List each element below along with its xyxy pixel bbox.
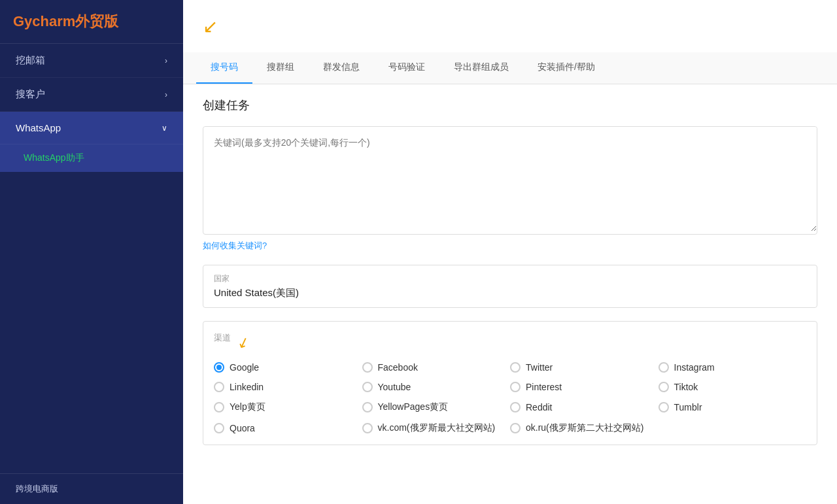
channel-label-instagram: Instagram — [674, 362, 715, 373]
channel-option-pinterest[interactable]: Pinterest — [510, 382, 658, 392]
channel-label-yelp: Yelp黄页 — [230, 401, 265, 413]
tab-search-number[interactable]: 搜号码 — [196, 52, 252, 84]
arrow-decoration-area: ↙ — [183, 0, 837, 52]
channel-label-pinterest: Pinterest — [526, 382, 562, 392]
channel-option-twitter[interactable]: Twitter — [510, 362, 658, 373]
sidebar-item-label: WhatsApp — [16, 122, 61, 133]
channel-grid: Google Facebook Twitter Instagram — [214, 362, 806, 434]
content-area: 创建任务 如何收集关键词? 国家 United States(美国) 渠道 ↙ … — [183, 84, 837, 504]
tab-export-members[interactable]: 导出群组成员 — [439, 52, 523, 84]
keyword-textarea[interactable] — [203, 127, 817, 231]
sidebar-item-dig-mail[interactable]: 挖邮箱 › — [0, 44, 183, 78]
sidebar-menu: 挖邮箱 › 搜客户 › WhatsApp ∨ WhatsApp助手 — [0, 44, 183, 473]
radio-facebook[interactable] — [362, 362, 373, 373]
chevron-right-icon: › — [165, 90, 167, 99]
sidebar-item-label: 挖邮箱 — [16, 54, 45, 67]
channel-option-yellowpages[interactable]: YellowPages黄页 — [362, 401, 511, 413]
sidebar: Gycharm外贸版 挖邮箱 › 搜客户 › WhatsApp ∨ WhatsA… — [0, 0, 183, 504]
tab-verify-number[interactable]: 号码验证 — [374, 52, 439, 84]
channel-label-reddit: Reddit — [526, 402, 552, 412]
channel-label-twitter: Twitter — [526, 362, 553, 373]
radio-quora[interactable] — [214, 423, 224, 433]
tab-install-plugin[interactable]: 安装插件/帮助 — [523, 52, 609, 84]
tab-search-group[interactable]: 搜群组 — [252, 52, 309, 84]
channel-label-facebook: Facebook — [378, 362, 418, 373]
channel-arrow-icon: ↙ — [235, 333, 252, 353]
radio-instagram[interactable] — [658, 362, 669, 373]
channel-option-yelp[interactable]: Yelp黄页 — [214, 401, 362, 413]
radio-reddit[interactable] — [510, 402, 521, 412]
tabs-bar: 搜号码 搜群组 群发信息 号码验证 导出群组成员 安装插件/帮助 — [183, 52, 837, 84]
main-content: ↙ 搜号码 搜群组 群发信息 号码验证 导出群组成员 安装插件/帮助 创建任务 … — [183, 0, 837, 504]
channel-option-tumblr[interactable]: Tumblr — [658, 401, 807, 413]
radio-pinterest[interactable] — [510, 382, 521, 392]
sidebar-item-whatsapp-helper[interactable]: WhatsApp助手 — [0, 144, 183, 172]
channel-option-instagram[interactable]: Instagram — [658, 362, 807, 373]
sidebar-item-search-customer[interactable]: 搜客户 › — [0, 78, 183, 112]
channel-label-tumblr: Tumblr — [674, 402, 702, 412]
channel-label-yellowpages: YellowPages黄页 — [378, 401, 449, 413]
radio-youtube[interactable] — [362, 382, 373, 392]
country-selector[interactable]: 国家 United States(美国) — [203, 265, 817, 308]
keyword-hint-link[interactable]: 如何收集关键词? — [203, 240, 817, 252]
sidebar-item-label: 搜客户 — [16, 88, 45, 101]
chevron-right-icon: › — [165, 56, 167, 65]
radio-tiktok[interactable] — [658, 382, 669, 392]
channel-option-youtube[interactable]: Youtube — [362, 382, 511, 392]
section-title: 创建任务 — [203, 97, 817, 113]
channel-label-tiktok: Tiktok — [674, 382, 698, 392]
app-logo: Gycharm外贸版 — [0, 0, 183, 44]
keyword-textarea-wrap — [203, 126, 817, 235]
channel-label-quora: Quora — [230, 423, 255, 433]
channel-option-linkedin[interactable]: Linkedin — [214, 382, 362, 392]
sidebar-sub-item-label: WhatsApp助手 — [24, 152, 84, 163]
radio-tumblr[interactable] — [658, 402, 669, 412]
channel-label-google: Google — [230, 362, 259, 373]
channel-label: 渠道 — [214, 332, 231, 344]
radio-yelp[interactable] — [214, 402, 224, 412]
tab-mass-send[interactable]: 群发信息 — [309, 52, 374, 84]
channel-option-quora[interactable]: Quora — [214, 422, 362, 434]
channel-option-vkcom[interactable]: vk.com(俄罗斯最大社交网站) — [362, 422, 511, 434]
radio-okru[interactable] — [510, 423, 521, 433]
channel-option-facebook[interactable]: Facebook — [362, 362, 511, 373]
radio-vkcom[interactable] — [362, 423, 373, 433]
sidebar-item-whatsapp[interactable]: WhatsApp ∨ — [0, 112, 183, 144]
channel-label-vkcom: vk.com(俄罗斯最大社交网站) — [378, 422, 496, 434]
country-label: 国家 — [214, 273, 806, 284]
chevron-down-icon: ∨ — [162, 124, 167, 133]
radio-google[interactable] — [214, 362, 224, 373]
channel-option-tiktok[interactable]: Tiktok — [658, 382, 807, 392]
radio-twitter[interactable] — [510, 362, 521, 373]
channel-section: 渠道 ↙ Google Facebook Twitter — [203, 321, 817, 445]
channel-label-youtube: Youtube — [378, 382, 411, 392]
radio-linkedin[interactable] — [214, 382, 224, 392]
country-value: United States(美国) — [214, 287, 806, 299]
channel-option-okru[interactable]: ok.ru(俄罗斯第二大社交网站) — [510, 422, 658, 434]
arrow-icon: ↙ — [203, 16, 218, 37]
channel-option-reddit[interactable]: Reddit — [510, 401, 658, 413]
channel-label-linkedin: Linkedin — [230, 382, 264, 392]
sidebar-footer: 跨境电商版 — [0, 473, 183, 504]
channel-label-okru: ok.ru(俄罗斯第二大社交网站) — [526, 422, 643, 434]
radio-yellowpages[interactable] — [362, 402, 373, 412]
channel-option-google[interactable]: Google — [214, 362, 362, 373]
